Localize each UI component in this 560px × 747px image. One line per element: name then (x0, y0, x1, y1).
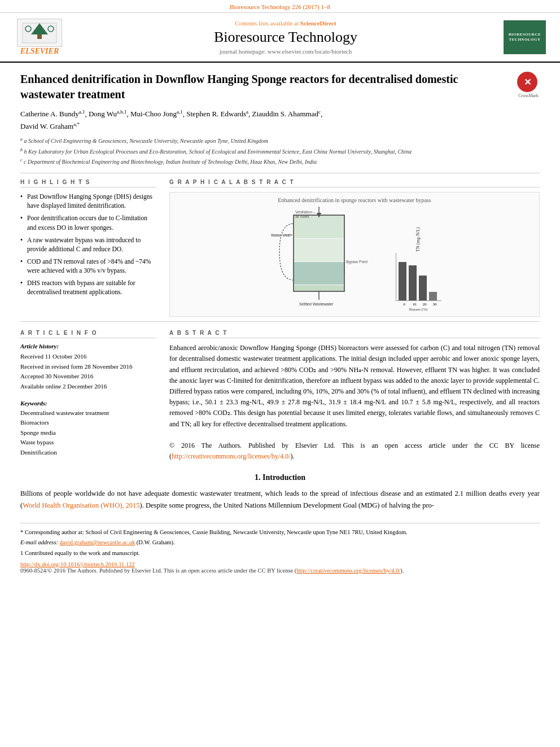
bar-0percent (399, 262, 406, 300)
graphical-abstract-heading: G R A P H I C A L A B S T R A C T (169, 179, 540, 187)
x-label-20: 20 (421, 302, 428, 307)
article-title-text: Enhanced denitrification in Downflow Han… (20, 72, 511, 102)
article-info-heading: A R T I C L E I N F O (20, 330, 156, 338)
highlights-heading: H I G H L I G H T S (20, 179, 156, 187)
svg-rect-9 (294, 285, 344, 291)
who-reference-link[interactable]: World Health Organisation (WHO), 2015 (23, 501, 139, 509)
x-label-30: 30 (431, 302, 439, 307)
email-label: E-mail address: (20, 539, 58, 545)
journal-title: Bioresource Technology (73, 29, 498, 46)
highlight-item-2: Poor denitrification occurs due to C-lim… (20, 213, 156, 231)
elsevier-brand-text: ELSEVIER (20, 47, 59, 56)
introduction-heading: 1. Introduction (20, 473, 540, 482)
introduction-section: 1. Introduction Billions of people world… (20, 473, 540, 511)
author2-sup: a,b,1 (117, 109, 127, 115)
svg-rect-8 (294, 262, 344, 285)
keywords-label: Keywords: (20, 400, 156, 407)
graphical-abstract-box: Enhanced denitrification in sponge react… (169, 192, 540, 317)
section-divider-2 (20, 321, 540, 322)
abstract-heading: A B S T R A C T (169, 330, 540, 338)
article-title-section: Enhanced denitrification in Downflow Han… (20, 72, 540, 102)
revised-date: Received in revised form 28 November 201… (20, 362, 156, 372)
author1-name: Catherine A. Bundy (20, 110, 79, 118)
x-label-0: 0 (400, 302, 408, 307)
sciencedirect-brand: ScienceDirect (300, 20, 336, 27)
svg-text:Ventilation –: Ventilation – (295, 210, 316, 214)
author1-sup: a,1 (79, 109, 85, 115)
keyword5: Denitrification (20, 448, 156, 458)
info-abstract-row: A R T I C L E I N F O Article history: R… (20, 330, 540, 462)
introduction-text: Billions of people worldwide do not have… (20, 488, 540, 511)
journal-header: ELSEVIER Contents lists available at Sci… (0, 13, 560, 63)
y-axis-label: TN (mg-N/L) (415, 207, 421, 252)
x-label-10: 10 (410, 302, 418, 307)
author5-sup: c (318, 109, 321, 115)
highlights-list: Past Downflow Hanging Sponge (DHS) desig… (20, 192, 156, 296)
svg-text:Bypass Point: Bypass Point (346, 260, 368, 264)
keyword1: Decentralised wastewater treatment (20, 408, 156, 418)
section-divider-1 (20, 173, 540, 173)
keywords-section: Keywords: Decentralised wastewater treat… (20, 400, 156, 458)
highlights-column: H I G H L I G H T S Past Downflow Hangin… (20, 179, 156, 317)
abstract-text: Enhanced aerobic/anoxic Downflow Hanging… (169, 343, 540, 462)
bioresource-logo: BIORESOURCE TECHNOLOGY (504, 20, 549, 54)
email-note: E-mail address: david.graham@newcastle.a… (20, 538, 540, 547)
svg-rect-6 (294, 216, 344, 238)
authors-section: Catherine A. Bundya,1, Dong Wua,b,1, Mui… (20, 108, 540, 133)
bar-chart-container: TN (mg-N/L) 0 10 20 30 (396, 207, 441, 312)
bar-10percent (409, 265, 417, 300)
author2-name: Dong Wu (89, 110, 117, 118)
author3-name: Mui-Choo Jong (130, 110, 177, 118)
highlight-item-1: Past Downflow Hanging Sponge (DHS) desig… (20, 192, 156, 210)
cc-license-link[interactable]: http://creativecommons.org/licenses/by/4… (172, 452, 290, 460)
author6-name: David W. Graham (20, 122, 73, 130)
x-axis-labels: 0 10 20 30 (398, 302, 439, 307)
affiliation-b: b b Key Laboratory for Urban Ecological … (20, 147, 540, 156)
article-history-section: Article history: Received 11 October 201… (20, 343, 156, 391)
sciencedirect-label: Contents lists available at ScienceDirec… (73, 20, 498, 27)
contributed-note: 1 Contributed equally to the work and ma… (20, 549, 540, 558)
crossmark-logo: ✕ CrossMark (517, 72, 540, 98)
history-label: Article history: (20, 343, 156, 350)
crossmark-label: CrossMark (517, 93, 540, 98)
email-link[interactable]: david.graham@newcastle.ac.uk (60, 539, 135, 545)
doi-footer: http://dx.doi.org/10.1016/j.biortech.201… (20, 561, 540, 574)
highlight-item-5: DHS reactors with bypass are suitable fo… (20, 278, 156, 296)
highlights-graphical-row: H I G H L I G H T S Past Downflow Hangin… (20, 179, 540, 317)
graphical-diagram-container: Water level Ventilation – air holes Bypa… (174, 207, 535, 312)
received-date: Received 11 October 2016 (20, 352, 156, 362)
x-axis-title: Bypass (%) (409, 307, 427, 312)
author4-sup: a (246, 109, 248, 115)
doi-link[interactable]: http://dx.doi.org/10.1016/j.biortech.201… (20, 561, 135, 567)
affiliation-a: a a School of Civil Engineering & Geosci… (20, 136, 540, 145)
available-date: Available online 2 December 2016 (20, 382, 156, 392)
affiliations-section: a a School of Civil Engineering & Geosci… (20, 136, 540, 166)
svg-text:Water level: Water level (271, 233, 291, 237)
bar-30percent (429, 292, 437, 300)
author5-name: Ziauddin S. Ahammad (252, 110, 318, 118)
article-info-column: A R T I C L E I N F O Article history: R… (20, 330, 156, 462)
bioresource-logo-box: BIORESOURCE TECHNOLOGY (504, 20, 546, 54)
main-content: Enhanced denitrification in Downflow Han… (0, 63, 560, 583)
license-footer-link[interactable]: http://creativecommons.org/licenses/by/4… (296, 567, 400, 574)
footnotes-section: * Corresponding author at: School of Civ… (20, 523, 540, 558)
corresponding-note: * Corresponding author at: School of Civ… (20, 528, 540, 537)
dhs-diagram-svg: Water level Ventilation – air holes Bypa… (268, 207, 392, 311)
highlight-item-4: COD and TN removal rates of >84% and ~74… (20, 257, 156, 275)
journal-top-bar: Bioresource Technology 226 (2017) 1–8 (0, 0, 560, 13)
keyword2: Bioreactors (20, 418, 156, 428)
bar-chart (396, 253, 441, 301)
keyword3: Sponge media (20, 428, 156, 438)
affiliation-c: c c Department of Biochemical Engineerin… (20, 157, 540, 166)
bar-20percent (419, 276, 427, 300)
abstract-column: A B S T R A C T Enhanced aerobic/anoxic … (169, 330, 540, 462)
crossmark-icon: ✕ (517, 72, 537, 92)
article-title: Enhanced denitrification in Downflow Han… (20, 72, 511, 102)
elsevier-image (17, 19, 62, 47)
graphical-abstract-column: G R A P H I C A L A B S T R A C T Enhanc… (169, 179, 540, 317)
author3-sup: a,1 (177, 109, 183, 115)
graphical-abstract-title: Enhanced denitrification in sponge react… (174, 197, 535, 203)
journal-homepage: journal homepage: www.elsevier.com/locat… (73, 48, 498, 55)
svg-text:air holes: air holes (295, 215, 309, 219)
journal-citation: Bioresource Technology 226 (2017) 1–8 (230, 3, 330, 10)
